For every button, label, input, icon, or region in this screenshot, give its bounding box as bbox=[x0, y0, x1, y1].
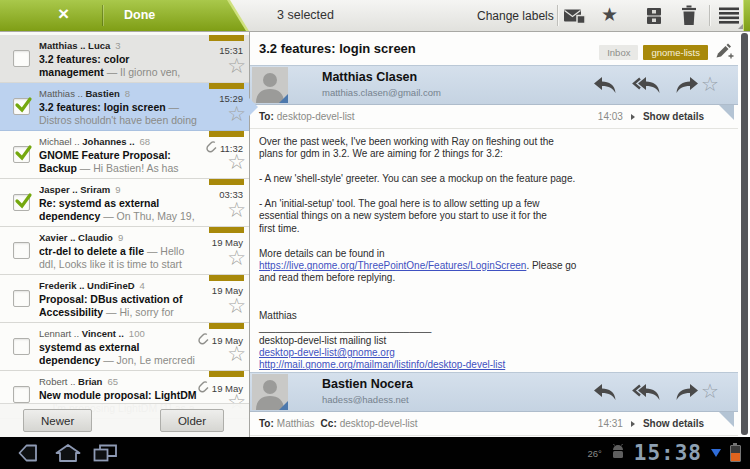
edit-labels-icon[interactable] bbox=[715, 43, 734, 64]
row-checkbox[interactable] bbox=[13, 50, 30, 67]
reply-all-icon[interactable] bbox=[632, 382, 662, 406]
row-senders: Jasper .. Sriram9 bbox=[39, 184, 197, 196]
gmail-tablet-screen: × Done 3 selected Change labels ★ Matthi… bbox=[0, 0, 750, 469]
close-icon[interactable]: × bbox=[58, 3, 69, 25]
back-nav-icon[interactable] bbox=[16, 443, 46, 467]
star-action-icon[interactable]: ★ bbox=[601, 4, 618, 26]
row-text: Jasper .. Sriram9Re: systemd as external… bbox=[39, 184, 197, 222]
hyperlink[interactable]: desktop-devel-list@gnome.org bbox=[259, 347, 395, 358]
row-senders: Xavier .. Claudio9 bbox=[39, 232, 197, 244]
conversation-row[interactable]: Jasper .. Sriram9Re: systemd as external… bbox=[0, 179, 249, 227]
label-chip[interactable]: gnome-lists bbox=[643, 45, 708, 60]
change-labels-button[interactable]: Change labels bbox=[477, 9, 554, 23]
message-header-band[interactable]: Matthias Clasenmatthias.clasen@gmail.com… bbox=[250, 65, 738, 105]
hyperlink[interactable]: https://live.gnome.org/ThreePointOne/Fea… bbox=[259, 260, 526, 271]
recipients: To:MatthiasCc:desktop-devel-list bbox=[259, 418, 418, 429]
row-text: Michael .. Johannes ..68GNOME Feature Pr… bbox=[39, 136, 197, 174]
star-toggle[interactable]: ☆ bbox=[701, 378, 719, 404]
forward-icon[interactable] bbox=[674, 382, 700, 406]
row-checkbox-checked[interactable] bbox=[13, 194, 30, 211]
clock: 15:38 bbox=[634, 441, 702, 465]
star-toggle[interactable]: ☆ bbox=[227, 295, 246, 317]
message-count: 3 bbox=[115, 40, 120, 51]
message-count: 4 bbox=[140, 280, 145, 291]
row-checkbox[interactable] bbox=[13, 242, 30, 259]
status-cluster[interactable]: 26° 15:38 bbox=[587, 437, 741, 469]
recent-apps-icon[interactable] bbox=[92, 443, 119, 467]
corner-fold bbox=[719, 412, 734, 427]
row-checkbox[interactable] bbox=[13, 290, 30, 307]
green-bar-right bbox=[743, 0, 750, 31]
row-checkbox[interactable] bbox=[13, 386, 30, 403]
done-button[interactable]: Done bbox=[124, 8, 155, 22]
conversation-row[interactable]: Michael .. Johannes ..68GNOME Feature Pr… bbox=[0, 131, 249, 179]
menu-icon[interactable] bbox=[718, 7, 740, 29]
label-color-bar bbox=[209, 227, 244, 233]
conversation-row[interactable]: Matthias .. Bastien83.2 features: login … bbox=[0, 83, 249, 131]
conversation-row[interactable]: Lennart .. Vincent ..100systemd as exter… bbox=[0, 323, 249, 371]
reader-scrollbar[interactable] bbox=[741, 33, 748, 435]
row-senders: Lennart .. Vincent ..100 bbox=[39, 328, 197, 340]
message-count: 65 bbox=[107, 376, 118, 387]
newer-button[interactable]: Newer bbox=[23, 409, 92, 432]
star-toggle[interactable]: ☆ bbox=[227, 199, 246, 221]
sender-name: Matthias Clasen bbox=[322, 70, 417, 84]
conversation-reader: 3.2 features: login screen Inboxgnome-li… bbox=[250, 31, 741, 437]
row-checkbox[interactable] bbox=[13, 338, 30, 355]
hyperlink[interactable]: http://mail.gnome.org/mailman/listinfo/d… bbox=[259, 359, 505, 370]
conversation-title: 3.2 features: login screen bbox=[259, 41, 416, 56]
sender-email: matthias.clasen@gmail.com bbox=[322, 87, 441, 98]
separator bbox=[102, 5, 103, 26]
label-chip[interactable]: Inbox bbox=[599, 45, 638, 60]
conversation-list-pane: Matthias .. Luca33.2 features: color man… bbox=[0, 31, 249, 437]
message-time: 14:31 bbox=[598, 418, 623, 429]
star-toggle[interactable]: ☆ bbox=[227, 151, 246, 173]
conversation-row[interactable]: Matthias .. Luca33.2 features: color man… bbox=[0, 35, 249, 83]
reply-all-icon[interactable] bbox=[632, 75, 662, 99]
star-toggle[interactable]: ☆ bbox=[227, 343, 246, 365]
row-senders: Michael .. Johannes ..68 bbox=[39, 136, 197, 148]
message-count: 9 bbox=[118, 232, 123, 243]
system-bar: 26° 15:38 bbox=[0, 437, 750, 469]
star-toggle[interactable]: ☆ bbox=[701, 71, 719, 97]
conversation-row[interactable]: Frederik .. UndiFineD4Proposal: DBus act… bbox=[0, 275, 249, 323]
home-nav-icon[interactable] bbox=[54, 443, 82, 467]
reader-header: 3.2 features: login screen Inboxgnome-li… bbox=[250, 31, 741, 65]
row-checkbox-checked[interactable] bbox=[13, 146, 30, 163]
separator bbox=[709, 5, 710, 26]
attachment-icon bbox=[206, 141, 217, 155]
reply-icon[interactable] bbox=[592, 382, 618, 406]
avatar bbox=[252, 374, 288, 410]
row-subject-snippet: ctr-del to delete a file — Hello ddl, Lo… bbox=[39, 245, 197, 270]
selected-count: 3 selected bbox=[277, 8, 334, 22]
label-color-bar bbox=[209, 131, 244, 137]
star-toggle[interactable]: ☆ bbox=[227, 103, 246, 125]
row-subject-snippet: systemd as external dependency — Jon, Le… bbox=[39, 341, 197, 366]
reply-icon[interactable] bbox=[592, 75, 618, 99]
label-color-bar bbox=[209, 83, 244, 89]
row-checkbox-checked[interactable] bbox=[13, 98, 30, 115]
message-header-band[interactable]: Bastien Nocerahadess@hadess.net☆ bbox=[250, 372, 738, 412]
pane-divider bbox=[249, 31, 250, 437]
message-time: 14:03 bbox=[598, 111, 623, 122]
recipients: To:desktop-devel-list bbox=[259, 111, 355, 122]
move-to-icon[interactable] bbox=[644, 6, 664, 30]
star-toggle[interactable]: ☆ bbox=[227, 55, 246, 77]
conversation-row[interactable]: Xavier .. Claudio9ctr-del to delete a fi… bbox=[0, 227, 249, 275]
message-count: 100 bbox=[129, 328, 145, 339]
mark-unread-icon[interactable] bbox=[563, 7, 587, 29]
star-toggle[interactable]: ☆ bbox=[227, 247, 246, 269]
expand-caret-icon bbox=[631, 421, 635, 427]
android-robot-icon bbox=[611, 444, 625, 463]
label-color-bar bbox=[209, 275, 244, 281]
row-subject-snippet: 3.2 features: color management — Il gior… bbox=[39, 53, 197, 78]
show-details-button[interactable]: Show details bbox=[643, 111, 704, 122]
forward-icon[interactable] bbox=[674, 75, 700, 99]
row-senders: Robert .. Brian65 bbox=[39, 376, 197, 388]
trash-icon[interactable] bbox=[681, 5, 697, 30]
label-color-bar bbox=[209, 371, 244, 377]
attachment-icon bbox=[198, 381, 209, 395]
show-details-button[interactable]: Show details bbox=[643, 418, 704, 429]
older-button[interactable]: Older bbox=[160, 409, 224, 432]
message-count: 68 bbox=[140, 136, 151, 147]
